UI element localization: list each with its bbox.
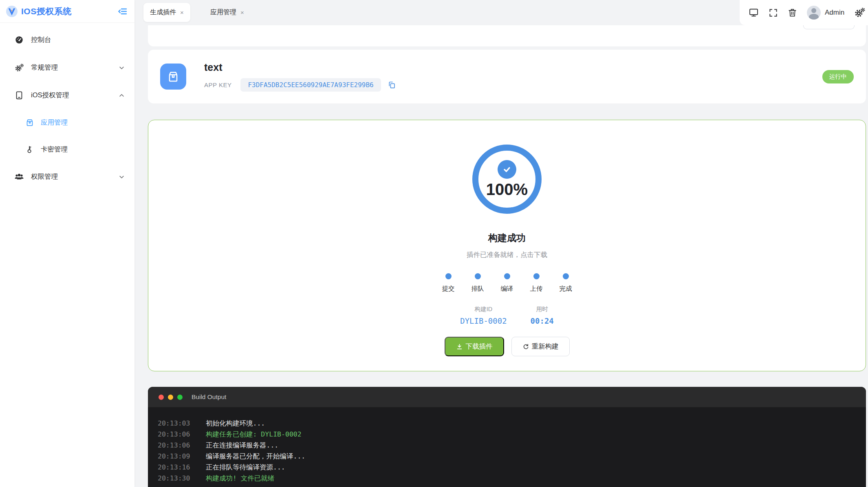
build-step: 排队 xyxy=(463,273,492,293)
step-label: 排队 xyxy=(471,285,484,293)
terminal-header: Build Output xyxy=(148,387,866,407)
download-icon xyxy=(456,343,463,350)
log-timestamp: 20:13:03 xyxy=(158,418,197,429)
rebuild-button[interactable]: 重新构建 xyxy=(511,337,570,356)
users-group-icon xyxy=(14,172,24,182)
sidebar-menu: 控制台 常规管理 xyxy=(0,23,134,191)
log-text: 初始化构建环境... xyxy=(206,418,265,429)
gears-icon xyxy=(14,63,24,72)
app-logo-icon xyxy=(6,5,18,18)
app-name: text xyxy=(204,61,822,73)
sidebar-item-permission-management[interactable]: 权限管理 xyxy=(0,163,134,191)
duration-block: 用时 00:24 xyxy=(531,305,554,325)
step-dot xyxy=(533,273,540,279)
terminal-body: 20:13:03 初始化构建环境... 20:13:06 构建任务已创建: DY… xyxy=(148,407,866,484)
sidebar-item-ios-auth-management[interactable]: iOS授权管理 xyxy=(0,81,134,109)
sidebar-item-card-key-management[interactable]: 卡密管理 xyxy=(0,136,134,163)
step-label: 编译 xyxy=(501,285,513,293)
log-line: 20:13:30 构建成功! 文件已就绪 xyxy=(158,473,866,484)
app-info-card: text APP KEY F3DFA5DB2C5EE560929AE7A93FE… xyxy=(148,50,866,103)
log-line: 20:13:06 正在连接编译服务器... xyxy=(158,440,866,451)
fullscreen-icon[interactable] xyxy=(769,8,778,18)
chevron-up-icon xyxy=(119,92,125,99)
build-id-value: DYLIB-0002 xyxy=(460,316,507,325)
sidebar-item-label: 卡密管理 xyxy=(41,145,125,154)
build-meta: 构建ID DYLIB-0002 用时 00:24 xyxy=(460,305,554,325)
step-dot xyxy=(445,273,452,279)
build-result-panel: 100% 构建成功 插件已准备就绪，点击下载 提交 排队 编译 上传 xyxy=(148,120,866,371)
user-name[interactable]: Admin xyxy=(825,9,844,17)
app-package-icon xyxy=(160,64,186,90)
refresh-icon xyxy=(522,343,529,350)
chevron-down-icon xyxy=(119,174,125,180)
log-text: 正在排队等待编译资源... xyxy=(206,462,285,473)
build-step: 上传 xyxy=(522,273,551,293)
dashboard-gauge-icon xyxy=(14,35,24,44)
log-timestamp: 20:13:09 xyxy=(158,451,197,462)
sidebar-item-label: iOS授权管理 xyxy=(31,91,119,100)
sidebar-item-label: 常规管理 xyxy=(31,63,119,72)
trash-icon[interactable] xyxy=(788,8,797,18)
build-status-subtitle: 插件已准备就绪，点击下载 xyxy=(467,250,547,259)
sidebar-item-label: 应用管理 xyxy=(41,118,125,127)
chevron-down-icon xyxy=(119,65,125,71)
sidebar-item-label: 权限管理 xyxy=(31,172,119,181)
log-text: 构建成功! 文件已就绪 xyxy=(206,473,274,484)
sidebar: IOS授权系统 控制台 xyxy=(0,0,134,487)
traffic-light-yellow-icon xyxy=(168,395,173,400)
terminal-title: Build Output xyxy=(192,393,226,401)
sidebar-item-dashboard[interactable]: 控制台 xyxy=(0,26,134,54)
sidebar-item-app-management[interactable]: 应用管理 xyxy=(0,109,134,136)
log-text: 编译服务器已分配，开始编译... xyxy=(206,451,305,462)
download-label: 下载插件 xyxy=(466,342,493,351)
app-title: IOS授权系统 xyxy=(21,6,118,17)
build-steps: 提交 排队 编译 上传 完成 xyxy=(434,273,580,293)
traffic-light-red-icon xyxy=(159,395,164,400)
app-key-label: APP KEY xyxy=(204,81,231,88)
app-info: text APP KEY F3DFA5DB2C5EE560929AE7A93FE… xyxy=(204,61,822,92)
build-step: 完成 xyxy=(551,273,580,293)
build-step: 编译 xyxy=(492,273,522,293)
log-timestamp: 20:13:16 xyxy=(158,462,197,473)
sidebar-collapse-icon[interactable] xyxy=(118,8,127,15)
app-key-row: APP KEY F3DFA5DB2C5EE560929AE7A93FE299B6 xyxy=(204,78,822,92)
step-dot xyxy=(504,273,510,279)
log-text: 构建任务已创建: DYLIB-0002 xyxy=(206,429,302,440)
duration-value: 00:24 xyxy=(531,316,554,325)
main-content: text APP KEY F3DFA5DB2C5EE560929AE7A93FE… xyxy=(134,0,868,487)
step-label: 上传 xyxy=(530,285,543,293)
check-icon xyxy=(498,160,516,179)
progress-percent: 100% xyxy=(486,180,528,199)
build-output-terminal: Build Output 20:13:03 初始化构建环境... 20:13:0… xyxy=(148,387,866,487)
header-actions: Admin xyxy=(740,0,868,25)
build-actions: 下载插件 重新构建 xyxy=(445,337,570,356)
step-label: 完成 xyxy=(560,285,572,293)
build-step: 提交 xyxy=(434,273,463,293)
rebuild-label: 重新构建 xyxy=(532,342,559,351)
download-plugin-button[interactable]: 下载插件 xyxy=(445,337,504,356)
key-icon xyxy=(24,145,35,154)
package-bag-icon xyxy=(24,118,35,127)
monitor-icon[interactable] xyxy=(749,8,759,18)
traffic-light-green-icon xyxy=(177,395,183,400)
progress-ring: 100% xyxy=(472,145,542,214)
log-timestamp: 20:13:30 xyxy=(158,473,197,484)
sidebar-item-label: 控制台 xyxy=(31,35,125,44)
user-avatar[interactable] xyxy=(807,6,821,20)
app-key-value: F3DFA5DB2C5EE560929AE7A93FE299B6 xyxy=(240,78,381,92)
status-badge: 运行中 xyxy=(822,70,854,83)
step-dot xyxy=(563,273,569,279)
scrolled-card-remnant xyxy=(148,25,866,46)
sidebar-item-general-management[interactable]: 常规管理 xyxy=(0,54,134,81)
log-timestamp: 20:13:06 xyxy=(158,429,197,440)
step-label: 提交 xyxy=(442,285,455,293)
log-line: 20:13:16 正在排队等待编译资源... xyxy=(158,462,866,473)
log-timestamp: 20:13:06 xyxy=(158,440,197,451)
settings-gear-icon[interactable] xyxy=(854,7,865,18)
copy-icon[interactable] xyxy=(388,81,396,89)
tablet-icon xyxy=(14,91,24,100)
step-dot xyxy=(475,273,481,279)
sidebar-header: IOS授权系统 xyxy=(0,0,134,23)
build-id-label: 构建ID xyxy=(460,305,507,313)
duration-label: 用时 xyxy=(531,305,554,313)
